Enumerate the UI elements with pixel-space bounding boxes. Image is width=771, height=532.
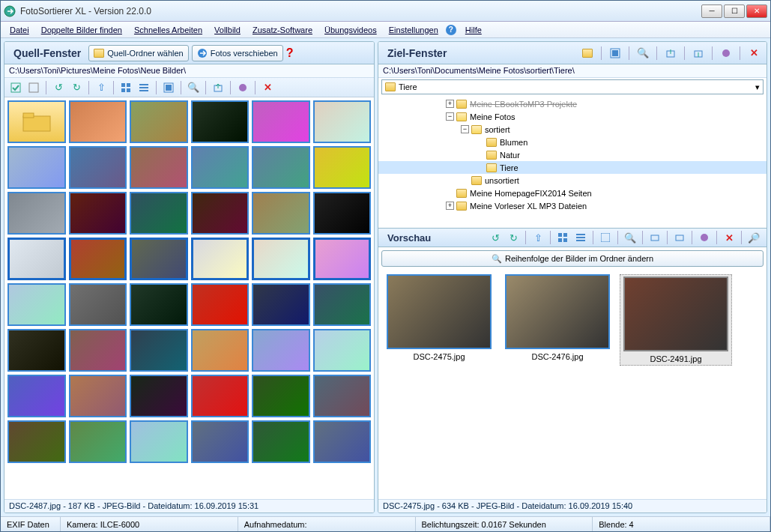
thumbnail[interactable] (313, 192, 372, 235)
thumbnail[interactable] (191, 375, 250, 417)
thumbnail[interactable] (130, 146, 188, 189)
select-none-button[interactable] (25, 79, 42, 96)
reorder-button[interactable]: 🔍 Reihenfolge der Bilder im Ordner änder… (381, 250, 764, 267)
menu-datei[interactable]: Datei (5, 24, 34, 36)
refresh-cw-button[interactable]: ↻ (68, 79, 85, 96)
thumbnail[interactable] (191, 238, 250, 280)
pv-list[interactable] (572, 229, 589, 246)
pv-grid[interactable] (554, 229, 571, 246)
thumbnail[interactable] (7, 146, 66, 189)
quell-ordner-button[interactable]: Quell-Ordner wählen (88, 45, 189, 61)
ziel-folder-combo[interactable]: Tiere ▾ (381, 79, 764, 94)
menu-schnelles[interactable]: Schnelles Arbeiten (130, 24, 207, 36)
menu-hilfe[interactable]: Hilfe (461, 24, 486, 36)
pv-refresh-cw[interactable]: ↻ (505, 229, 521, 246)
thumbnail[interactable] (313, 100, 372, 143)
thumbnail[interactable] (191, 100, 250, 143)
ziel-delete-button[interactable]: ✕ (746, 45, 762, 61)
thumbnail[interactable] (7, 283, 66, 326)
thumbnail[interactable] (130, 420, 188, 463)
menu-doppelte[interactable]: Doppelte Bilder finden (37, 24, 127, 36)
thumbnail[interactable] (69, 146, 127, 189)
thumbnail[interactable] (191, 329, 250, 372)
tree-item[interactable]: Blumen (378, 136, 767, 148)
minimize-button[interactable]: ─ (701, 4, 722, 18)
ziel-export-button[interactable] (662, 45, 679, 61)
thumbnail[interactable] (191, 283, 250, 326)
titlebar[interactable]: FotoSortierer XL - Version 22.0.0 ─ ☐ ✕ (1, 1, 770, 22)
thumbnail[interactable] (191, 146, 250, 189)
thumbnail[interactable] (313, 329, 372, 372)
pv-up[interactable]: ⇧ (530, 229, 546, 246)
pv-refresh-ccw[interactable]: ↺ (487, 229, 504, 246)
tree-item[interactable]: Natur (378, 148, 767, 161)
menu-uebungs[interactable]: Übungsvideos (320, 24, 381, 36)
up-button[interactable]: ⇧ (93, 79, 109, 96)
thumbnail[interactable] (313, 283, 372, 326)
ziel-rotate-button[interactable] (718, 45, 734, 61)
thumbnail[interactable] (191, 192, 250, 235)
new-folder-button[interactable] (579, 45, 596, 61)
thumbnail[interactable] (252, 283, 310, 326)
ziel-fullscreen-button[interactable] (607, 45, 623, 61)
thumbnail[interactable] (69, 100, 127, 143)
tree-item[interactable]: −sortiert (378, 123, 767, 136)
preview-item[interactable]: DSC-2491.jpg (620, 274, 732, 366)
ziel-import-button[interactable] (690, 45, 707, 61)
tree-item-selected[interactable]: Tiere (378, 161, 767, 174)
thumbnail[interactable] (69, 420, 127, 463)
preview-item[interactable]: DSC-2476.jpg (501, 274, 614, 361)
delete-button[interactable]: ✕ (259, 79, 276, 96)
thumbnail[interactable] (252, 329, 310, 372)
help-button[interactable]: ? (286, 46, 294, 60)
view-list-button[interactable] (136, 79, 152, 96)
thumbnail[interactable] (191, 420, 250, 463)
thumbnail[interactable] (7, 329, 66, 372)
thumbnail[interactable] (130, 238, 188, 280)
menu-zusatz[interactable]: Zusatz-Software (248, 24, 317, 36)
tree-item[interactable]: +Meine Vorleser XL MP3 Dateien (378, 199, 767, 212)
pv-zoom[interactable]: 🔎 (746, 229, 762, 246)
pv-delete[interactable]: ✕ (721, 229, 737, 246)
pv-rotate[interactable] (696, 229, 713, 246)
thumbnail[interactable] (130, 375, 188, 417)
thumbnail[interactable] (313, 420, 372, 463)
export-button[interactable] (210, 79, 226, 96)
preview-item[interactable]: DSC-2475.jpg (383, 274, 495, 361)
thumbnail[interactable] (69, 283, 127, 326)
fullscreen-button[interactable] (160, 79, 177, 96)
ziel-tree[interactable]: +Meine EBookToMP3 Projekte −Meine Fotos … (378, 96, 767, 228)
menu-einstellungen[interactable]: Einstellungen (384, 24, 443, 36)
thumbnail[interactable] (313, 238, 372, 280)
ziel-search-button[interactable]: 🔍 (635, 45, 651, 61)
pv-full[interactable] (597, 229, 614, 246)
thumbnail[interactable] (130, 283, 188, 326)
thumbnail[interactable] (313, 146, 372, 189)
tree-item[interactable]: Meine HomepageFIX2014 Seiten (378, 187, 767, 199)
tree-item[interactable]: −Meine Fotos (378, 110, 767, 123)
tree-item[interactable]: unsortiert (378, 174, 767, 187)
thumbnail[interactable] (252, 375, 310, 417)
fotos-verschieben-button[interactable]: Fotos verschieben (192, 45, 283, 61)
refresh-ccw-button[interactable]: ↺ (50, 79, 67, 96)
pv-search[interactable]: 🔍 (622, 229, 638, 246)
thumbnail[interactable] (69, 238, 127, 280)
thumbnail[interactable] (7, 375, 66, 417)
thumbnail[interactable] (130, 100, 188, 143)
rotate-button[interactable] (235, 79, 251, 96)
thumbnail[interactable] (313, 375, 372, 417)
thumbnail[interactable] (7, 238, 66, 280)
maximize-button[interactable]: ☐ (724, 4, 745, 18)
thumbnail[interactable] (252, 146, 310, 189)
pv-exp1[interactable] (647, 229, 663, 246)
pv-exp2[interactable] (671, 229, 688, 246)
thumbnail[interactable] (252, 420, 310, 463)
thumbnail[interactable] (252, 192, 310, 235)
quell-thumbnails[interactable] (4, 97, 374, 499)
thumbnail[interactable] (252, 238, 310, 280)
search-button[interactable]: 🔍 (185, 79, 202, 96)
thumbnail[interactable] (130, 192, 188, 235)
thumbnail[interactable] (69, 329, 127, 372)
thumbnail[interactable] (7, 100, 66, 143)
view-grid-button[interactable] (118, 79, 134, 96)
